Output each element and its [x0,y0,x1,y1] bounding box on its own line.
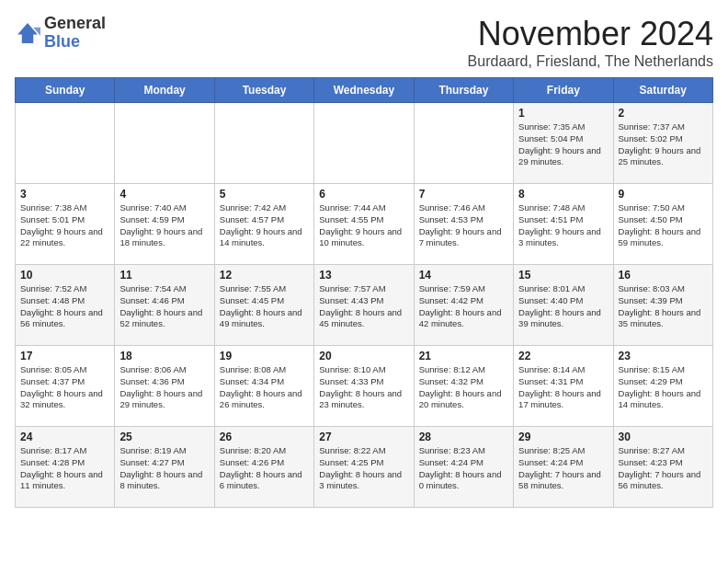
calendar-day-cell: 20Sunrise: 8:10 AM Sunset: 4:33 PM Dayli… [314,346,414,427]
day-info: Sunrise: 7:48 AM Sunset: 4:51 PM Dayligh… [518,202,608,249]
calendar-day-cell: 4Sunrise: 7:40 AM Sunset: 4:59 PM Daylig… [115,184,214,265]
calendar-header-row: SundayMondayTuesdayWednesdayThursdayFrid… [16,78,713,103]
calendar-week-row: 1Sunrise: 7:35 AM Sunset: 5:04 PM Daylig… [16,103,713,184]
day-number: 5 [220,188,309,201]
weekday-header: Friday [514,78,613,103]
calendar-day-cell: 28Sunrise: 8:23 AM Sunset: 4:24 PM Dayli… [414,427,513,508]
logo-text: General Blue [44,15,106,52]
day-info: Sunrise: 8:17 AM Sunset: 4:28 PM Dayligh… [20,445,109,492]
day-number: 13 [319,269,408,282]
day-number: 18 [119,350,209,362]
calendar-day-cell: 18Sunrise: 8:06 AM Sunset: 4:36 PM Dayli… [115,346,214,427]
calendar-day-cell: 6Sunrise: 7:44 AM Sunset: 4:55 PM Daylig… [314,184,414,265]
calendar-day-cell: 25Sunrise: 8:19 AM Sunset: 4:27 PM Dayli… [115,427,214,508]
day-info: Sunrise: 7:52 AM Sunset: 4:48 PM Dayligh… [20,283,109,330]
day-number: 20 [319,350,408,362]
day-info: Sunrise: 8:22 AM Sunset: 4:25 PM Dayligh… [319,445,408,492]
svg-marker-0 [17,23,38,43]
day-number: 21 [419,350,508,362]
day-info: Sunrise: 8:01 AM Sunset: 4:40 PM Dayligh… [518,283,608,330]
day-info: Sunrise: 8:03 AM Sunset: 4:39 PM Dayligh… [619,283,708,330]
day-info: Sunrise: 8:25 AM Sunset: 4:24 PM Dayligh… [518,445,608,492]
day-number: 2 [619,107,708,120]
day-info: Sunrise: 8:27 AM Sunset: 4:23 PM Dayligh… [619,445,708,492]
calendar-day-cell [214,103,313,184]
calendar-day-cell: 27Sunrise: 8:22 AM Sunset: 4:25 PM Dayli… [314,427,414,508]
weekday-header: Saturday [613,78,712,103]
calendar-week-row: 10Sunrise: 7:52 AM Sunset: 4:48 PM Dayli… [16,265,713,346]
day-number: 23 [619,350,708,362]
calendar-day-cell: 26Sunrise: 8:20 AM Sunset: 4:26 PM Dayli… [214,427,313,508]
day-info: Sunrise: 8:23 AM Sunset: 4:24 PM Dayligh… [419,445,508,492]
calendar-day-cell: 23Sunrise: 8:15 AM Sunset: 4:29 PM Dayli… [613,346,712,427]
day-info: Sunrise: 8:08 AM Sunset: 4:34 PM Dayligh… [220,364,309,411]
calendar-day-cell: 12Sunrise: 7:55 AM Sunset: 4:45 PM Dayli… [214,265,313,346]
calendar-day-cell: 22Sunrise: 8:14 AM Sunset: 4:31 PM Dayli… [514,346,613,427]
day-info: Sunrise: 7:46 AM Sunset: 4:53 PM Dayligh… [419,202,508,249]
day-number: 8 [518,188,608,201]
weekday-header: Tuesday [214,78,313,103]
calendar-day-cell: 13Sunrise: 7:57 AM Sunset: 4:43 PM Dayli… [314,265,414,346]
day-number: 14 [419,269,508,282]
day-number: 9 [619,188,708,201]
calendar-day-cell: 19Sunrise: 8:08 AM Sunset: 4:34 PM Dayli… [214,346,313,427]
calendar-day-cell: 2Sunrise: 7:37 AM Sunset: 5:02 PM Daylig… [613,103,712,184]
day-number: 25 [119,431,209,443]
day-number: 10 [20,269,109,282]
day-number: 6 [319,188,408,201]
day-number: 1 [518,107,608,120]
logo-icon [15,20,40,46]
calendar-day-cell: 24Sunrise: 8:17 AM Sunset: 4:28 PM Dayli… [16,427,115,508]
calendar-day-cell: 17Sunrise: 8:05 AM Sunset: 4:37 PM Dayli… [16,346,115,427]
calendar-week-row: 24Sunrise: 8:17 AM Sunset: 4:28 PM Dayli… [16,427,713,508]
day-number: 12 [220,269,309,282]
calendar-day-cell [115,103,214,184]
day-info: Sunrise: 7:40 AM Sunset: 4:59 PM Dayligh… [119,202,209,249]
logo: General Blue [15,15,106,52]
calendar-week-row: 3Sunrise: 7:38 AM Sunset: 5:01 PM Daylig… [16,184,713,265]
day-number: 19 [220,350,309,362]
day-number: 15 [518,269,608,282]
day-number: 30 [619,431,708,443]
calendar-day-cell: 5Sunrise: 7:42 AM Sunset: 4:57 PM Daylig… [214,184,313,265]
day-info: Sunrise: 7:37 AM Sunset: 5:02 PM Dayligh… [619,121,708,168]
day-number: 29 [518,431,608,443]
day-number: 26 [220,431,309,443]
location-subtitle: Burdaard, Friesland, The Netherlands [468,53,713,70]
day-number: 16 [619,269,708,282]
weekday-header: Sunday [16,78,115,103]
day-number: 24 [20,431,109,443]
day-number: 27 [319,431,408,443]
day-info: Sunrise: 8:20 AM Sunset: 4:26 PM Dayligh… [220,445,309,492]
calendar-day-cell: 11Sunrise: 7:54 AM Sunset: 4:46 PM Dayli… [115,265,214,346]
title-block: November 2024 Burdaard, Friesland, The N… [468,15,713,70]
day-info: Sunrise: 8:14 AM Sunset: 4:31 PM Dayligh… [518,364,608,411]
day-info: Sunrise: 7:59 AM Sunset: 4:42 PM Dayligh… [419,283,508,330]
day-info: Sunrise: 7:54 AM Sunset: 4:46 PM Dayligh… [119,283,209,330]
calendar-day-cell: 21Sunrise: 8:12 AM Sunset: 4:32 PM Dayli… [414,346,513,427]
page-header: General Blue November 2024 Burdaard, Fri… [15,15,713,70]
day-info: Sunrise: 7:44 AM Sunset: 4:55 PM Dayligh… [319,202,408,249]
day-info: Sunrise: 7:42 AM Sunset: 4:57 PM Dayligh… [220,202,309,249]
day-info: Sunrise: 7:55 AM Sunset: 4:45 PM Dayligh… [220,283,309,330]
day-number: 7 [419,188,508,201]
calendar-day-cell: 9Sunrise: 7:50 AM Sunset: 4:50 PM Daylig… [613,184,712,265]
day-info: Sunrise: 8:19 AM Sunset: 4:27 PM Dayligh… [119,445,209,492]
day-number: 3 [20,188,109,201]
day-info: Sunrise: 8:06 AM Sunset: 4:36 PM Dayligh… [119,364,209,411]
calendar-day-cell: 16Sunrise: 8:03 AM Sunset: 4:39 PM Dayli… [613,265,712,346]
calendar-day-cell [314,103,414,184]
day-number: 11 [119,269,209,282]
day-number: 22 [518,350,608,362]
day-number: 28 [419,431,508,443]
calendar-day-cell: 15Sunrise: 8:01 AM Sunset: 4:40 PM Dayli… [514,265,613,346]
month-title: November 2024 [468,15,713,53]
day-number: 4 [119,188,209,201]
day-number: 17 [20,350,109,362]
calendar-day-cell: 3Sunrise: 7:38 AM Sunset: 5:01 PM Daylig… [16,184,115,265]
calendar-week-row: 17Sunrise: 8:05 AM Sunset: 4:37 PM Dayli… [16,346,713,427]
day-info: Sunrise: 7:38 AM Sunset: 5:01 PM Dayligh… [20,202,109,249]
calendar-day-cell: 10Sunrise: 7:52 AM Sunset: 4:48 PM Dayli… [16,265,115,346]
weekday-header: Thursday [414,78,513,103]
calendar-day-cell: 30Sunrise: 8:27 AM Sunset: 4:23 PM Dayli… [613,427,712,508]
